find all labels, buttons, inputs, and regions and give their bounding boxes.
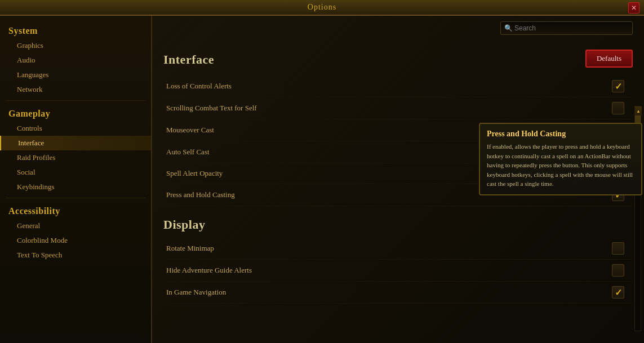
in-game-nav-checkbox[interactable] <box>612 286 624 299</box>
setting-hide-adventure: Hide Adventure Guide Alerts <box>163 260 633 282</box>
search-icon: 🔍 <box>504 24 513 33</box>
sidebar-item-tts[interactable]: Text To Speech <box>0 248 151 262</box>
scrolling-combat-checkbox[interactable] <box>612 102 624 114</box>
in-game-nav-label: In Game Navigation <box>166 288 612 297</box>
loss-of-control-checkbox[interactable] <box>612 80 624 92</box>
scroll-up-button[interactable]: ▲ <box>635 106 642 115</box>
search-container: 🔍 <box>500 21 633 35</box>
sidebar-item-controls[interactable]: Controls <box>0 121 151 136</box>
hide-adventure-checkbox[interactable] <box>612 264 624 277</box>
sidebar-item-languages[interactable]: Languages <box>0 68 151 82</box>
sidebar-item-interface[interactable]: Interface <box>0 136 151 150</box>
spell-alert-label: Spell Alert Opacity <box>166 169 510 178</box>
display-settings-list: Rotate Minimap Hide Adventure Guide Aler… <box>163 238 633 304</box>
sidebar-item-audio[interactable]: Audio <box>0 53 151 68</box>
sidebar: System Graphics Audio Languages Network … <box>0 16 152 343</box>
title-bar: Options ✕ <box>0 0 644 16</box>
sidebar-item-raid-profiles[interactable]: Raid Profiles <box>0 150 151 165</box>
tooltip-popup: Press and Hold Casting If enabled, allow… <box>479 123 642 195</box>
sidebar-section-accessibility: Accessibility <box>0 202 151 219</box>
sidebar-item-keybindings[interactable]: Keybindings <box>0 180 151 194</box>
sidebar-item-graphics[interactable]: Graphics <box>0 38 151 53</box>
search-input[interactable] <box>500 21 633 35</box>
defaults-button[interactable]: Defaults <box>585 50 633 68</box>
sidebar-section-system: System <box>0 21 151 38</box>
rotate-minimap-label: Rotate Minimap <box>166 244 612 253</box>
setting-loss-of-control: Loss of Control Alerts <box>163 75 633 97</box>
sidebar-item-colorblind[interactable]: Colorblind Mode <box>0 233 151 248</box>
hide-adventure-label: Hide Adventure Guide Alerts <box>166 266 612 275</box>
tooltip-text: If enabled, allows the player to press a… <box>487 142 634 189</box>
setting-scrolling-combat: Scrolling Combat Text for Self <box>163 97 633 119</box>
window-title: Options <box>308 3 336 12</box>
main-container: System Graphics Audio Languages Network … <box>0 16 644 343</box>
tooltip-title: Press and Hold Casting <box>487 130 634 139</box>
rotate-minimap-checkbox[interactable] <box>612 242 624 255</box>
divider-1 <box>6 100 145 101</box>
scrolling-combat-label: Scrolling Combat Text for Self <box>166 104 612 113</box>
sidebar-section-gameplay: Gameplay <box>0 104 151 121</box>
loss-of-control-label: Loss of Control Alerts <box>166 82 612 91</box>
setting-rotate-minimap: Rotate Minimap <box>163 238 633 260</box>
content-area: 🔍 Interface Defaults Loss of Control Ale… <box>152 16 644 343</box>
section-title: Interface <box>163 52 633 67</box>
close-button[interactable]: ✕ <box>628 2 639 14</box>
divider-2 <box>6 198 145 198</box>
setting-in-game-nav: In Game Navigation <box>163 282 633 304</box>
sidebar-item-social[interactable]: Social <box>0 165 151 180</box>
sidebar-item-network[interactable]: Network <box>0 82 151 97</box>
sidebar-item-general[interactable]: General <box>0 219 151 233</box>
display-section-title: Display <box>163 217 633 232</box>
